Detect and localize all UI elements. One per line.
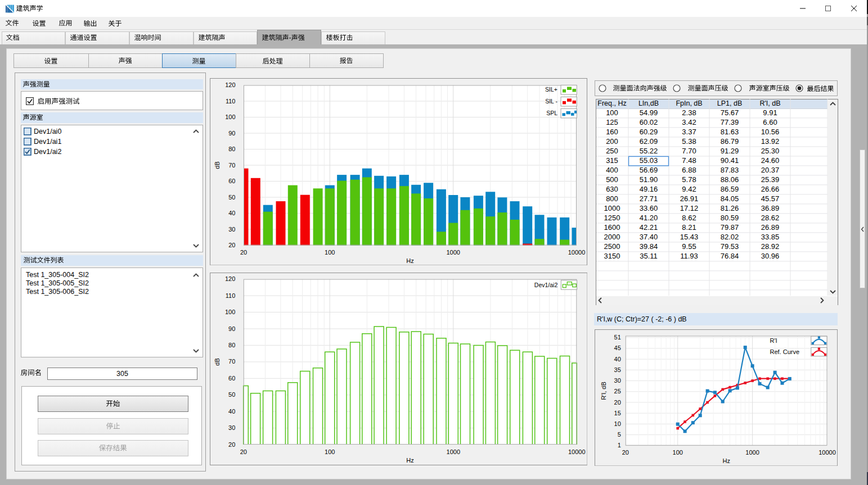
svg-text:33.85: 33.85	[761, 233, 780, 242]
svg-text:500: 500	[606, 176, 618, 184]
svg-text:R'I, dB: R'I, dB	[600, 382, 606, 400]
svg-text:10000: 10000	[568, 249, 586, 256]
svg-text:110: 110	[225, 292, 235, 299]
svg-text:SPL: SPL	[546, 110, 557, 116]
svg-text:100: 100	[225, 309, 235, 315]
svg-text:5: 5	[617, 431, 620, 438]
svg-text:15: 15	[614, 409, 620, 416]
svg-text:80: 80	[228, 342, 235, 348]
svg-text:81.26: 81.26	[721, 205, 739, 213]
svg-text:Hz: Hz	[406, 257, 413, 264]
svg-text:76.84: 76.84	[721, 252, 739, 261]
svg-text:250: 250	[606, 147, 618, 156]
svg-text:70: 70	[228, 161, 235, 168]
svg-text:86.79: 86.79	[721, 138, 739, 146]
svg-text:17.12: 17.12	[680, 205, 699, 213]
svg-text:120: 120	[225, 275, 235, 282]
svg-text:45.57: 45.57	[761, 195, 780, 203]
svg-text:5.38: 5.38	[682, 138, 696, 146]
svg-text:Hz: Hz	[406, 457, 413, 464]
svg-text:50: 50	[228, 392, 235, 398]
svg-text:55.03: 55.03	[640, 157, 658, 165]
svg-text:20: 20	[614, 398, 620, 405]
svg-text:11.93: 11.93	[680, 252, 698, 261]
svg-text:40: 40	[228, 408, 235, 415]
svg-text:3150: 3150	[604, 252, 620, 261]
svg-text:9.91: 9.91	[763, 109, 777, 117]
svg-text:125: 125	[606, 119, 618, 127]
svg-text:26.91: 26.91	[680, 195, 699, 203]
svg-text:20.37: 20.37	[761, 166, 780, 175]
svg-text:54.99: 54.99	[640, 109, 658, 117]
svg-text:24.60: 24.60	[761, 157, 780, 165]
svg-text:10: 10	[614, 420, 620, 427]
svg-text:10000: 10000	[818, 449, 836, 456]
svg-text:9.55: 9.55	[682, 243, 696, 251]
svg-text:7.48: 7.48	[682, 157, 696, 165]
svg-text:1: 1	[617, 442, 620, 448]
svg-text:120: 120	[225, 81, 235, 88]
svg-text:70: 70	[228, 359, 235, 365]
svg-text:100: 100	[225, 114, 235, 120]
svg-text:42.21: 42.21	[640, 224, 658, 232]
svg-text:200: 200	[606, 138, 618, 146]
svg-text:1000: 1000	[446, 249, 460, 256]
svg-text:36.89: 36.89	[761, 205, 780, 213]
svg-text:86.59: 86.59	[721, 185, 739, 194]
svg-text:90.41: 90.41	[721, 157, 739, 165]
svg-text:6.60: 6.60	[763, 119, 777, 127]
svg-text:30: 30	[228, 425, 235, 432]
svg-text:1000: 1000	[446, 448, 460, 455]
svg-text:100: 100	[672, 449, 682, 456]
svg-text:100: 100	[325, 448, 335, 455]
svg-text:26.89: 26.89	[761, 224, 780, 232]
svg-text:28.92: 28.92	[761, 243, 780, 251]
svg-text:LP1, dB: LP1, dB	[717, 100, 742, 108]
svg-text:25.39: 25.39	[761, 176, 780, 184]
svg-text:91.29: 91.29	[721, 147, 739, 156]
svg-text:160: 160	[606, 128, 618, 137]
svg-text:5.78: 5.78	[682, 176, 696, 184]
svg-text:R'I, dB: R'I, dB	[759, 100, 780, 108]
svg-text:2000: 2000	[604, 233, 620, 242]
svg-text:800: 800	[606, 195, 618, 203]
svg-text:FpIn, dB: FpIn, dB	[676, 100, 702, 108]
svg-text:dB: dB	[213, 359, 220, 366]
svg-text:79.87: 79.87	[721, 224, 739, 232]
svg-text:75.67: 75.67	[721, 109, 739, 117]
svg-text:3.37: 3.37	[682, 128, 696, 137]
svg-text:40: 40	[228, 210, 235, 216]
svg-text:35.11: 35.11	[640, 252, 658, 261]
svg-text:62.09: 62.09	[640, 138, 658, 146]
svg-text:6.88: 6.88	[682, 166, 696, 175]
svg-text:25.30: 25.30	[761, 147, 780, 156]
svg-text:dB: dB	[214, 161, 221, 169]
svg-text:40: 40	[614, 355, 620, 362]
svg-text:100: 100	[606, 109, 618, 117]
svg-text:3.42: 3.42	[682, 119, 696, 127]
svg-text:88.06: 88.06	[721, 176, 739, 184]
svg-text:9.42: 9.42	[682, 185, 696, 194]
svg-text:100: 100	[325, 249, 335, 256]
svg-text:27.71: 27.71	[640, 195, 658, 203]
svg-text:1000: 1000	[745, 449, 759, 456]
svg-text:82.02: 82.02	[721, 233, 739, 242]
svg-text:15.43: 15.43	[680, 233, 699, 242]
svg-text:84.05: 84.05	[721, 195, 739, 203]
svg-text:56.69: 56.69	[640, 166, 658, 175]
svg-text:51.90: 51.90	[640, 176, 658, 184]
svg-text:10.56: 10.56	[761, 128, 780, 137]
svg-text:50: 50	[228, 193, 235, 200]
svg-text:Dev1/ai2: Dev1/ai2	[534, 282, 558, 288]
svg-text:90: 90	[228, 129, 235, 136]
svg-text:25: 25	[614, 388, 620, 395]
svg-text:35: 35	[614, 366, 620, 373]
svg-text:81.63: 81.63	[721, 128, 739, 137]
svg-text:8.21: 8.21	[682, 224, 696, 232]
svg-text:2500: 2500	[604, 243, 620, 251]
svg-text:7.70: 7.70	[682, 147, 696, 156]
svg-text:30: 30	[614, 377, 620, 384]
svg-text:10000: 10000	[568, 448, 586, 455]
svg-text:Ref. Curve: Ref. Curve	[770, 348, 799, 355]
svg-text:400: 400	[606, 166, 618, 175]
